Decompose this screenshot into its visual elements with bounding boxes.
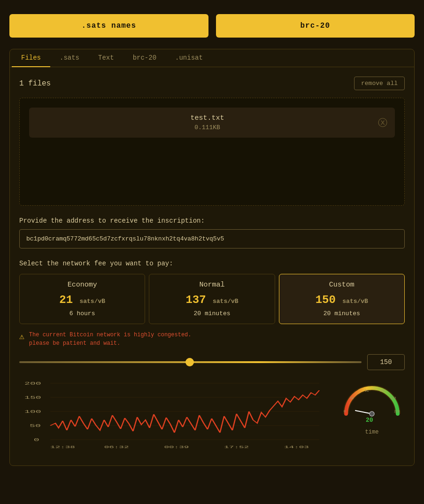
fee-economy-title: Economy [24, 281, 140, 289]
fee-economy-value: 21 sats/vB [24, 294, 140, 306]
remove-all-button[interactable]: remove all [354, 77, 405, 90]
fee-section: Select the network fee you want to pay: … [19, 260, 405, 456]
files-count: 1 files [19, 79, 51, 88]
warning-icon: ⚠ [19, 331, 24, 341]
main-tabs-container: Files .sats Text brc-20 .unisat 1 files … [9, 49, 415, 466]
svg-text:100: 100 [24, 409, 41, 414]
file-name: test.txt [190, 114, 224, 122]
fee-card-normal[interactable]: Normal 137 sats/vB 20 minutes [149, 274, 275, 324]
svg-text:200: 200 [24, 381, 41, 386]
fee-normal-title: Normal [154, 281, 270, 289]
svg-text:0: 0 [34, 437, 39, 442]
file-item: test.txt 0.111KB ⓧ [29, 108, 395, 138]
fee-custom-title: Custom [284, 281, 400, 289]
fee-options: Economy 21 sats/vB 6 hours Normal 137 sa… [19, 274, 405, 324]
tabs-header: Files .sats Text brc-20 .unisat [10, 49, 414, 67]
svg-text:12:38: 12:38 [50, 445, 75, 450]
tab-files[interactable]: Files [12, 49, 50, 67]
svg-text:06:32: 06:32 [104, 445, 129, 450]
gauge-time-label: time [339, 429, 405, 435]
svg-text:00:39: 00:39 [164, 445, 189, 450]
gauge-container: 0 46 91 137 182 228 20 time [339, 379, 405, 435]
sats-names-button[interactable]: .sats names [9, 14, 208, 38]
gauge-svg: 0 46 91 137 182 228 20 [341, 379, 402, 426]
svg-text:0: 0 [344, 410, 346, 413]
svg-text:228: 228 [394, 410, 400, 413]
fee-chart: 200 150 100 50 0 12:38 06:32 00:39 17:52… [19, 379, 330, 454]
fee-slider[interactable] [19, 361, 362, 363]
address-section: Provide the address to receive the inscr… [19, 217, 405, 248]
warning-box: ⚠ The current Bitcoin network is highly … [19, 331, 405, 348]
fee-economy-time: 6 hours [24, 310, 140, 317]
fee-custom-value: 150 sats/vB [284, 294, 400, 306]
fee-card-custom[interactable]: Custom 150 sats/vB 20 minutes [279, 274, 405, 324]
fee-card-economy[interactable]: Economy 21 sats/vB 6 hours [19, 274, 145, 324]
fee-slider-input[interactable] [367, 354, 405, 370]
files-header: 1 files remove all [19, 77, 405, 90]
tab-text[interactable]: Text [89, 49, 123, 67]
slider-row [19, 354, 405, 370]
tab-unisat[interactable]: .unisat [166, 49, 212, 67]
fee-normal-time: 20 minutes [154, 310, 270, 317]
file-remove-button[interactable]: ⓧ [378, 118, 387, 127]
tabs-content: 1 files remove all test.txt 0.111KB ⓧ Pr… [10, 67, 414, 465]
file-info: test.txt 0.111KB [37, 114, 378, 131]
svg-text:17:52: 17:52 [224, 445, 249, 450]
svg-text:91: 91 [365, 389, 369, 393]
svg-point-22 [370, 411, 374, 416]
fee-label: Select the network fee you want to pay: [19, 260, 405, 267]
brc20-button[interactable]: brc-20 [216, 14, 415, 38]
svg-text:50: 50 [30, 423, 41, 428]
svg-text:137: 137 [380, 389, 386, 393]
svg-text:46: 46 [350, 396, 354, 400]
svg-text:150: 150 [24, 395, 41, 400]
svg-text:182: 182 [390, 396, 396, 400]
file-size: 0.111KB [194, 124, 220, 131]
tab-sats[interactable]: .sats [50, 49, 89, 67]
file-drop-area[interactable]: test.txt 0.111KB ⓧ [19, 98, 405, 206]
fee-normal-value: 137 sats/vB [154, 294, 270, 306]
fee-custom-time: 20 minutes [284, 310, 400, 317]
warning-text: The current Bitcoin network is highly co… [29, 331, 192, 348]
svg-text:20: 20 [366, 417, 373, 424]
chart-gauge-row: 200 150 100 50 0 12:38 06:32 00:39 17:52… [19, 379, 405, 456]
tab-brc20[interactable]: brc-20 [123, 49, 166, 67]
svg-text:14:03: 14:03 [284, 445, 309, 450]
chart-container: 200 150 100 50 0 12:38 06:32 00:39 17:52… [19, 379, 330, 456]
address-label: Provide the address to receive the inscr… [19, 217, 405, 225]
address-input[interactable] [19, 229, 405, 248]
